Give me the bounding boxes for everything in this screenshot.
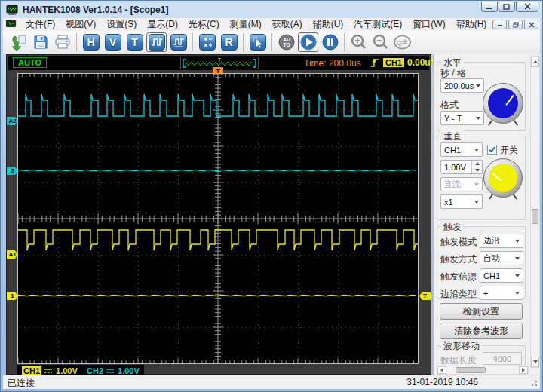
edge-type-label: 边沿类型 xyxy=(440,288,477,301)
h-icon: H xyxy=(83,34,100,51)
zoom-in-button[interactable] xyxy=(348,32,369,52)
menu-display[interactable]: 显示(D) xyxy=(142,17,183,32)
horizontal-scroll-thumb[interactable] xyxy=(456,367,486,373)
square-wave-list-icon xyxy=(170,34,187,51)
t-icon: T xyxy=(127,34,143,51)
minimize-icon xyxy=(486,4,493,10)
trigger-level-marker[interactable]: T xyxy=(419,292,431,300)
channel-position-marker[interactable]: A1 xyxy=(7,250,18,259)
maximize-button[interactable] xyxy=(499,2,515,12)
knob-foot xyxy=(513,194,517,200)
toolbar-separator xyxy=(192,33,193,51)
close-button[interactable] xyxy=(516,2,538,12)
auto-setup-button[interactable]: AU TO xyxy=(276,32,296,52)
channel-enable-checkbox[interactable] xyxy=(487,145,497,155)
mdi-restore-button[interactable] xyxy=(508,20,523,29)
clear-reference-button[interactable]: 清除参考波形 xyxy=(440,323,523,339)
control-panel: 水平 秒 / 格 200.0us 格式 Y - T 垂直 CH1 xyxy=(433,54,540,375)
swap-arrows-icon xyxy=(393,33,412,51)
spin-up-button[interactable] xyxy=(472,161,482,167)
svg-text:TO: TO xyxy=(283,42,290,47)
trigger-source-select[interactable]: CH1 xyxy=(480,268,523,283)
up-arrow-icon xyxy=(475,162,480,165)
chevron-down-icon xyxy=(515,240,520,243)
menu-cursor[interactable]: 光标(C) xyxy=(183,17,225,32)
pause-button[interactable] xyxy=(320,32,340,52)
trigger-source-badge: CH1 xyxy=(383,58,404,67)
knob-foot xyxy=(489,194,493,200)
menu-settings[interactable]: 设置(S) xyxy=(101,17,142,32)
channel-position-marker[interactable]: 2 xyxy=(7,167,18,175)
preview-wave: T xyxy=(181,57,258,69)
run-button[interactable] xyxy=(298,32,318,52)
menu-file[interactable]: 文件(F) xyxy=(20,17,60,32)
volts-knob[interactable] xyxy=(483,158,523,198)
menu-acquire[interactable]: 获取(A) xyxy=(267,17,308,32)
toolbar-separator xyxy=(76,33,77,51)
probe-select[interactable]: x1 xyxy=(440,194,483,209)
cursor-button[interactable] xyxy=(247,32,268,52)
print-button[interactable] xyxy=(52,32,72,52)
toolbar: H V T R xyxy=(3,31,540,54)
minimize-button[interactable] xyxy=(481,2,498,12)
connection-status: 已连接 xyxy=(8,377,35,390)
load-data-button[interactable] xyxy=(8,32,29,52)
trigger-mode-select[interactable]: 边沿 xyxy=(480,234,523,248)
horizontal-panel-button[interactable]: H xyxy=(81,32,101,52)
vertical-panel-button[interactable]: V xyxy=(103,32,123,52)
acquisition-mode-badge: AUTO xyxy=(13,57,47,68)
save-icon xyxy=(32,34,49,51)
scroll-left-button[interactable] xyxy=(437,366,446,374)
vertical-scroll-thumb[interactable] xyxy=(532,209,538,224)
edge-type-select[interactable]: + xyxy=(480,286,523,300)
detect-settings-button[interactable]: 检测设置 xyxy=(440,303,523,320)
zoom-out-button[interactable] xyxy=(370,32,391,52)
format-select[interactable]: Y - T xyxy=(440,111,484,125)
scroll-down-button[interactable] xyxy=(531,357,539,367)
chevron-down-icon xyxy=(476,84,480,87)
waveform-plot xyxy=(18,74,418,363)
restore-icon xyxy=(503,4,511,10)
channel-position-marker[interactable]: 1 xyxy=(7,292,18,300)
waveform-mode-button[interactable] xyxy=(146,32,167,52)
play-icon xyxy=(299,33,318,51)
mdi-minimize-button[interactable] xyxy=(492,20,507,29)
waveform-list-button[interactable] xyxy=(168,32,189,52)
volts-div-spinner[interactable]: 1.00V xyxy=(440,160,483,174)
save-button[interactable] xyxy=(30,32,51,52)
knob-foot xyxy=(488,120,492,126)
trigger-panel-button[interactable]: T xyxy=(124,32,145,52)
v-icon: V xyxy=(105,34,121,51)
coupling-select: 直流 xyxy=(440,177,483,191)
scroll-right-button[interactable] xyxy=(519,366,528,374)
menu-utility[interactable]: 辅助(U) xyxy=(308,17,349,32)
trigger-sweep-select[interactable]: 自动 xyxy=(480,251,523,265)
svg-text:AU: AU xyxy=(283,37,290,42)
menu-measure[interactable]: 测量(M) xyxy=(225,17,267,32)
refresh-button[interactable] xyxy=(392,32,413,52)
menu-window[interactable]: 窗口(W) xyxy=(407,17,450,32)
panel-horizontal-scrollbar[interactable] xyxy=(437,366,529,375)
channel-select[interactable]: CH1 xyxy=(440,142,483,157)
scroll-up-button[interactable] xyxy=(531,57,539,67)
left-arrow-icon xyxy=(440,368,443,372)
edge-type-value: + xyxy=(480,289,515,298)
menu-view[interactable]: 视图(V) xyxy=(60,17,101,32)
zoom-in-icon xyxy=(350,33,368,51)
chevron-down-icon xyxy=(515,292,520,295)
menu-help[interactable]: 帮助(H) xyxy=(451,17,492,32)
timebase-knob[interactable] xyxy=(483,83,523,124)
resize-grip[interactable] xyxy=(529,378,538,387)
secdiv-select[interactable]: 200.0us xyxy=(440,78,484,93)
trigger-readout: CH1 0.00uV xyxy=(370,57,437,68)
reference-button[interactable]: R xyxy=(219,32,239,52)
panel-vertical-scrollbar[interactable] xyxy=(530,56,540,368)
horizontal-group: 水平 秒 / 格 200.0us 格式 Y - T xyxy=(437,62,526,131)
math-button[interactable] xyxy=(197,32,217,52)
mdi-close-button[interactable] xyxy=(524,20,538,29)
channel-position-marker[interactable]: A2 xyxy=(7,117,18,125)
ch2-badge: CH2 xyxy=(87,366,103,375)
cursor-icon xyxy=(250,34,266,51)
spin-down-button[interactable] xyxy=(472,167,482,174)
menu-auto-test[interactable]: 汽车测试(E) xyxy=(348,17,407,32)
